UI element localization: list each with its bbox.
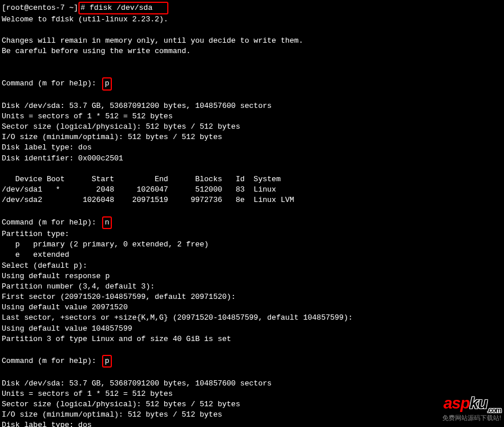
partition-default-resp: Using default response p xyxy=(2,271,502,282)
partition-select: Select (default p): xyxy=(2,261,502,271)
watermark-tagline: 免费网站源码下载站! xyxy=(442,414,501,422)
partition-default-first: Using default value 20971520 xyxy=(2,302,502,313)
disk-sector-size: Sector size (logical/physical): 512 byte… xyxy=(2,122,502,132)
disk-io-size: I/O size (minimum/optimal): 512 bytes / … xyxy=(2,132,502,143)
disk-header-2: Disk /dev/sda: 53.7 GB, 53687091200 byte… xyxy=(2,379,502,389)
partition-result: Partition 3 of type Linux and of size 40… xyxy=(2,334,502,344)
table1-header: Device Boot Start End Blocks Id System xyxy=(2,174,502,185)
prompt-user-host: [root@centos-7 ~] xyxy=(2,3,78,12)
partition-primary: p primary (2 primary, 0 extended, 2 free… xyxy=(2,239,502,250)
disk-sector-size-2: Sector size (logical/physical): 512 byte… xyxy=(2,399,502,410)
disk-label-type-2: Disk label type: dos xyxy=(2,420,502,427)
watermark: aspku.com 免费网站源码下载站! xyxy=(442,392,501,422)
command-prompt-3: Command (m for help): p xyxy=(2,355,502,368)
watermark-brand: aspku.com xyxy=(442,392,501,415)
disk-io-size-2: I/O size (minimum/optimal): 512 bytes / … xyxy=(2,410,502,420)
partition-default-last: Using default value 104857599 xyxy=(2,324,502,334)
warning-1: Changes will remain in memory only, unti… xyxy=(2,36,502,46)
prompt-command: fdisk /dev/sda xyxy=(89,3,166,12)
input-highlight-p1: p xyxy=(102,77,112,90)
disk-label-type: Disk label type: dos xyxy=(2,143,502,153)
input-highlight-p2: p xyxy=(102,355,112,368)
partition-type-label: Partition type: xyxy=(2,229,502,239)
table1-row1: /dev/sda1 * 2048 1026047 512000 83 Linux xyxy=(2,185,502,195)
terminal-output: [root@centos-7 ~]# fdisk /dev/sda Welcom… xyxy=(2,2,502,427)
input-highlight-n: n xyxy=(102,216,112,229)
command-prompt-2: Command (m for help): n xyxy=(2,216,502,229)
prompt-hash: # xyxy=(81,3,85,12)
command-prompt-1: Command (m for help): p xyxy=(2,77,502,90)
disk-identifier: Disk identifier: 0x000c2501 xyxy=(2,153,502,164)
welcome-message: Welcome to fdisk (util-linux 2.23.2). xyxy=(2,14,502,25)
warning-2: Be careful before using the write comman… xyxy=(2,46,502,57)
prompt-line: [root@centos-7 ~]# fdisk /dev/sda xyxy=(2,2,502,14)
disk-units-2: Units = sectors of 1 * 512 = 512 bytes xyxy=(2,389,502,399)
partition-number: Partition number (3,4, default 3): xyxy=(2,282,502,292)
partition-last-sector: Last sector, +sectors or +size{K,M,G} (2… xyxy=(2,313,502,323)
partition-extended: e extended xyxy=(2,250,502,260)
command-highlight: # fdisk /dev/sda xyxy=(78,2,168,14)
disk-header: Disk /dev/sda: 53.7 GB, 53687091200 byte… xyxy=(2,101,502,111)
table1-row2: /dev/sda2 1026048 20971519 9972736 8e Li… xyxy=(2,195,502,205)
disk-units: Units = sectors of 1 * 512 = 512 bytes xyxy=(2,111,502,122)
partition-first-sector: First sector (20971520-104857599, defaul… xyxy=(2,292,502,302)
